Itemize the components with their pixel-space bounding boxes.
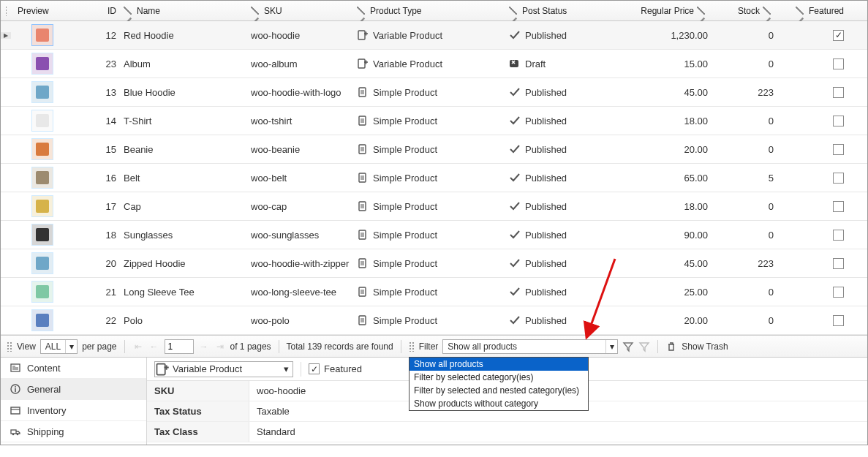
cell-id[interactable]: 16	[87, 173, 119, 184]
thumbnail[interactable]	[31, 138, 53, 160]
cell-product-type[interactable]: Simple Product	[352, 229, 505, 241]
col-preview[interactable]: Preview	[11, 1, 87, 21]
cell-stock[interactable]: 0	[715, 201, 781, 212]
cell-sku[interactable]: woo-cap	[246, 201, 352, 212]
cell-stock[interactable]: 223	[715, 258, 781, 269]
featured-checkbox[interactable]	[833, 58, 844, 69]
cell-preview[interactable]	[11, 309, 87, 331]
thumbnail[interactable]	[31, 110, 53, 132]
cell-name[interactable]: Album	[119, 58, 246, 69]
cell-product-type[interactable]: Simple Product	[352, 200, 505, 212]
cell-sku[interactable]: woo-sunglasses	[246, 230, 352, 241]
cell-sku[interactable]: woo-long-sleeve-tee	[246, 287, 352, 298]
cell-name[interactable]: Zipped Hoodie	[119, 258, 246, 269]
cell-product-type[interactable]: Simple Product	[352, 115, 505, 126]
cell-preview[interactable]	[11, 195, 87, 217]
cell-featured[interactable]	[781, 116, 857, 126]
table-row[interactable]: 17 Cap woo-cap Simple Product Published …	[1, 192, 867, 221]
cell-status[interactable]: Published	[505, 29, 622, 41]
cell-id[interactable]: 23	[87, 58, 119, 69]
cell-product-type[interactable]: Simple Product	[352, 86, 505, 98]
cell-preview[interactable]	[11, 110, 87, 132]
filter-dropdown[interactable]: Show all products ▾	[442, 339, 618, 354]
cell-name[interactable]: Blue Hoodie	[119, 87, 246, 98]
cell-sku[interactable]: woo-album	[246, 58, 352, 69]
thumbnail[interactable]	[31, 309, 53, 331]
cell-sku[interactable]: woo-hoodie-with-zipper	[246, 258, 352, 269]
clear-filter-icon[interactable]	[638, 341, 650, 352]
col-stock[interactable]: Stock	[715, 1, 781, 21]
table-row[interactable]: 21 Long Sleeve Tee woo-long-sleeve-tee S…	[1, 278, 867, 306]
cell-name[interactable]: T-Shirt	[119, 116, 246, 126]
cell-price[interactable]: 1,230.00	[622, 30, 715, 41]
row-handle[interactable]	[1, 32, 11, 39]
cell-featured[interactable]	[781, 87, 857, 98]
col-id[interactable]: ID	[87, 1, 119, 21]
cell-id[interactable]: 12	[87, 30, 119, 41]
trash-icon[interactable]	[665, 341, 677, 352]
cell-product-type[interactable]: Simple Product	[352, 314, 505, 326]
prop-tax-class-value[interactable]: Standard	[249, 426, 303, 437]
cell-sku[interactable]: woo-tshirt	[246, 116, 352, 126]
featured-checkbox[interactable]	[833, 201, 844, 212]
prop-sku-value[interactable]: woo-hoodie	[249, 385, 313, 396]
cell-name[interactable]: Cap	[119, 201, 246, 212]
featured-checkbox[interactable]	[833, 230, 844, 241]
cell-price[interactable]: 18.00	[622, 116, 715, 126]
cell-featured[interactable]	[781, 173, 857, 184]
cell-id[interactable]: 22	[87, 315, 119, 326]
thumbnail[interactable]	[31, 195, 53, 217]
col-status[interactable]: Post Status	[505, 1, 622, 21]
cell-sku[interactable]: woo-belt	[246, 173, 352, 184]
page-input[interactable]	[165, 339, 194, 354]
cell-product-type[interactable]: Variable Product	[352, 58, 505, 69]
cell-price[interactable]: 15.00	[622, 58, 715, 69]
cell-preview[interactable]	[11, 24, 87, 46]
cell-name[interactable]: Beanie	[119, 144, 246, 155]
cell-preview[interactable]	[11, 81, 87, 103]
show-trash-label[interactable]: Show Trash	[682, 341, 728, 352]
featured-checkbox[interactable]	[833, 30, 844, 41]
cell-stock[interactable]: 0	[715, 230, 781, 241]
table-row[interactable]: 20 Zipped Hoodie woo-hoodie-with-zipper …	[1, 249, 867, 278]
cell-sku[interactable]: woo-hoodie	[246, 30, 352, 41]
featured-checkbox[interactable]	[833, 287, 844, 298]
next-page-button[interactable]: →	[198, 341, 210, 352]
featured-checkbox[interactable]	[833, 87, 844, 98]
cell-name[interactable]: Red Hoodie	[119, 30, 246, 41]
filter-option[interactable]: Filter by selected category(ies)	[410, 371, 588, 384]
col-ptype[interactable]: Product Type	[352, 1, 505, 21]
thumbnail[interactable]	[31, 24, 53, 46]
cell-id[interactable]: 14	[87, 116, 119, 126]
filter-option[interactable]: Show all products	[410, 358, 588, 371]
tab-content[interactable]: Content	[1, 358, 146, 379]
cell-price[interactable]: 45.00	[622, 87, 715, 98]
cell-sku[interactable]: woo-hoodie-with-logo	[246, 87, 352, 98]
cell-featured[interactable]	[781, 201, 857, 212]
cell-stock[interactable]: 223	[715, 87, 781, 98]
cell-featured[interactable]	[781, 30, 857, 41]
table-row[interactable]: 12 Red Hoodie woo-hoodie Variable Produc…	[1, 21, 867, 50]
cell-stock[interactable]: 0	[715, 144, 781, 155]
cell-status[interactable]: Published	[505, 86, 622, 98]
cell-status[interactable]: Published	[505, 257, 622, 269]
cell-stock[interactable]: 0	[715, 58, 781, 69]
featured-checkbox-wrap[interactable]: Featured	[309, 363, 362, 374]
cell-id[interactable]: 18	[87, 230, 119, 241]
prev-page-button[interactable]: ←	[148, 341, 160, 352]
cell-featured[interactable]	[781, 230, 857, 241]
cell-id[interactable]: 21	[87, 287, 119, 298]
thumbnail[interactable]	[31, 167, 53, 189]
featured-checkbox[interactable]	[833, 116, 844, 126]
cell-product-type[interactable]: Variable Product	[352, 29, 505, 41]
cell-featured[interactable]	[781, 315, 857, 326]
thumbnail[interactable]	[31, 281, 53, 303]
cell-status[interactable]: Published	[505, 229, 622, 241]
col-name[interactable]: Name	[119, 1, 246, 21]
cell-status[interactable]: Published	[505, 314, 622, 326]
tab-general[interactable]: General	[1, 379, 146, 400]
featured-checkbox[interactable]	[833, 315, 844, 326]
col-sku[interactable]: SKU	[246, 1, 352, 21]
cell-featured[interactable]	[781, 258, 857, 269]
last-page-button[interactable]: ⇥	[214, 341, 226, 352]
